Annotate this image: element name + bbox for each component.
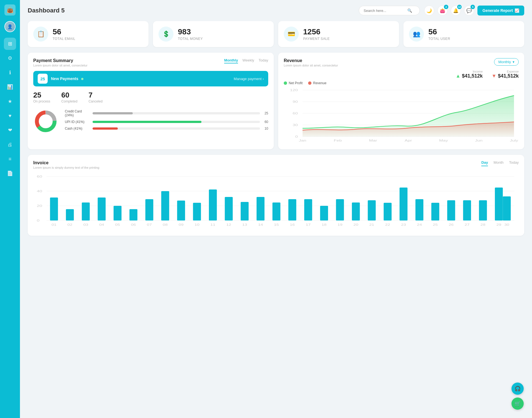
svg-text:29: 29 bbox=[496, 223, 501, 226]
sidebar-item-list[interactable]: ≡ bbox=[4, 153, 16, 165]
svg-text:Feb: Feb bbox=[334, 139, 342, 142]
canceled-stat: 7 Canceled bbox=[88, 91, 103, 103]
tab-weekly[interactable]: Weekly bbox=[242, 58, 254, 63]
sidebar-item-settings[interactable]: ⚙ bbox=[4, 52, 16, 64]
canceled-value: 7 bbox=[88, 91, 103, 99]
svg-text:120: 120 bbox=[290, 89, 298, 92]
svg-text:26: 26 bbox=[449, 223, 454, 226]
revenue-dropdown[interactable]: Monthly ▾ bbox=[494, 58, 519, 66]
ps-title: Payment Summary bbox=[33, 58, 88, 63]
revenue-chart-svg: 120 90 60 30 0 bbox=[284, 87, 519, 143]
svg-rect-33 bbox=[114, 206, 122, 220]
svg-rect-46 bbox=[320, 206, 328, 220]
ps-title-area: Payment Summary Lorem ipsum dolor sit am… bbox=[33, 58, 88, 67]
svg-text:04: 04 bbox=[99, 223, 104, 226]
inv-tab-today[interactable]: Today bbox=[509, 160, 519, 166]
svg-rect-30 bbox=[66, 209, 74, 220]
chat-button[interactable]: 💬 5 bbox=[464, 6, 474, 16]
canceled-label: Canceled bbox=[88, 99, 103, 103]
svg-rect-38 bbox=[193, 203, 201, 220]
tab-monthly[interactable]: Monthly bbox=[224, 58, 238, 63]
svg-rect-32 bbox=[98, 198, 106, 220]
generate-report-button[interactable]: Generate Report 📈 bbox=[477, 6, 524, 16]
svg-text:01: 01 bbox=[52, 223, 57, 226]
user-avatar[interactable]: 👤 bbox=[4, 21, 16, 32]
inv-title: Invoice bbox=[33, 160, 99, 165]
svg-text:13: 13 bbox=[242, 223, 247, 226]
sidebar-item-printer[interactable]: 🖨 bbox=[4, 139, 16, 151]
cash-val: 10 bbox=[263, 127, 268, 130]
svg-text:Jun: Jun bbox=[475, 139, 482, 142]
email-stat-label: TOTAL EMAIL bbox=[53, 37, 75, 41]
expense-item: Expense ▼ $41,512k bbox=[492, 70, 519, 79]
svg-rect-36 bbox=[161, 191, 169, 220]
donut-row: Credit Card (24%) 25 UPI ID (41%) 60 bbox=[33, 109, 268, 134]
svg-rect-47 bbox=[336, 199, 344, 220]
wallet-button[interactable]: 👛 2 bbox=[438, 6, 447, 16]
sidebar: 👜 👤 ⊞ ⚙ ℹ 📊 ★ ♥ ❤ 🖨 ≡ 📄 bbox=[0, 0, 20, 418]
chart-icon: 📊 bbox=[7, 84, 13, 90]
cash-label: Cash (41%) bbox=[65, 127, 90, 130]
svg-text:14: 14 bbox=[258, 223, 263, 226]
main-content: Dashboard 5 🔍 🌙 👛 2 🔔 12 💬 5 Generate Re bbox=[20, 0, 532, 418]
sidebar-item-document[interactable]: 📄 bbox=[4, 167, 16, 179]
svg-text:10: 10 bbox=[195, 223, 200, 226]
svg-text:28: 28 bbox=[480, 223, 485, 226]
svg-rect-41 bbox=[241, 202, 249, 220]
payment-stat-label: PAYMENT SALE bbox=[303, 37, 330, 41]
svg-text:60: 60 bbox=[293, 112, 298, 115]
notification-button[interactable]: 🔔 12 bbox=[451, 6, 461, 16]
completed-value: 60 bbox=[61, 91, 77, 99]
svg-text:06: 06 bbox=[131, 223, 136, 226]
ps-subtitle: Lorem ipsum dolor sit amet, consectetur bbox=[33, 64, 88, 67]
tab-today[interactable]: Today bbox=[259, 58, 268, 63]
sidebar-item-chart[interactable]: 📊 bbox=[4, 81, 16, 93]
revenue-legend: Net Profit Revenue bbox=[284, 81, 519, 85]
svg-text:0: 0 bbox=[37, 219, 40, 222]
income-value: ▲ $41,512k bbox=[456, 73, 483, 79]
svg-text:Mar: Mar bbox=[369, 139, 377, 142]
inv-tab-month[interactable]: Month bbox=[493, 160, 503, 166]
theme-toggle-button[interactable]: 🌙 bbox=[424, 6, 434, 16]
cc-label: Credit Card (24%) bbox=[65, 109, 90, 117]
sidebar-item-info[interactable]: ℹ bbox=[4, 66, 16, 79]
bar-chart-icon: 📈 bbox=[515, 8, 519, 13]
invoice-section: Invoice Lorem ipsum is simply dummy text… bbox=[28, 155, 524, 236]
sidebar-item-star[interactable]: ★ bbox=[4, 95, 16, 107]
svg-rect-58 bbox=[503, 196, 511, 220]
expense-arrow-icon: ▼ bbox=[492, 73, 497, 79]
svg-text:0: 0 bbox=[295, 135, 298, 138]
svg-text:25: 25 bbox=[433, 223, 438, 226]
svg-rect-37 bbox=[177, 201, 185, 220]
page-title: Dashboard 5 bbox=[28, 7, 354, 14]
email-stat-value: 56 bbox=[53, 27, 75, 36]
payment-summary-card: Payment Summary Lorem ipsum dolor sit am… bbox=[28, 53, 274, 149]
manage-payment-link[interactable]: Manage payment › bbox=[234, 77, 264, 81]
sidebar-item-dashboard[interactable]: ⊞ bbox=[4, 38, 16, 50]
payment-stat-icon: 💳 bbox=[284, 27, 299, 42]
ps-header: Payment Summary Lorem ipsum dolor sit am… bbox=[33, 58, 268, 67]
svg-text:18: 18 bbox=[322, 223, 327, 226]
search-bar[interactable]: 🔍 bbox=[359, 6, 420, 15]
stat-card-money: 💲 983 TOTAL MONEY bbox=[153, 21, 274, 47]
stats-row: 📋 56 TOTAL EMAIL 💲 983 TOTAL MONEY 💳 125… bbox=[28, 21, 524, 47]
sidebar-item-heart1[interactable]: ♥ bbox=[4, 110, 16, 122]
revenue-card: Revenue Lorem ipsum dolor sit amet, cons… bbox=[278, 53, 524, 149]
money-stat-value: 983 bbox=[178, 27, 203, 36]
sidebar-logo[interactable]: 👜 bbox=[4, 4, 16, 16]
donut-chart bbox=[33, 109, 58, 134]
progress-row-cc: Credit Card (24%) 25 bbox=[65, 109, 268, 117]
cart-fab[interactable]: 🛒 bbox=[511, 398, 524, 410]
svg-text:12: 12 bbox=[226, 223, 231, 226]
list-icon: ≡ bbox=[9, 156, 12, 162]
svg-text:May: May bbox=[439, 139, 448, 142]
search-input[interactable] bbox=[364, 9, 405, 13]
cash-bar-fill bbox=[93, 127, 118, 130]
sidebar-item-heart2[interactable]: ❤ bbox=[4, 124, 16, 136]
svg-text:Apr: Apr bbox=[405, 139, 412, 142]
invoice-chart-wrapper: 60 40 20 0 bbox=[33, 174, 519, 230]
cc-val: 25 bbox=[263, 111, 268, 115]
headset-fab[interactable]: 🎧 bbox=[511, 383, 524, 395]
fab-area: 🎧 🛒 bbox=[511, 383, 524, 410]
inv-tab-day[interactable]: Day bbox=[481, 160, 488, 166]
